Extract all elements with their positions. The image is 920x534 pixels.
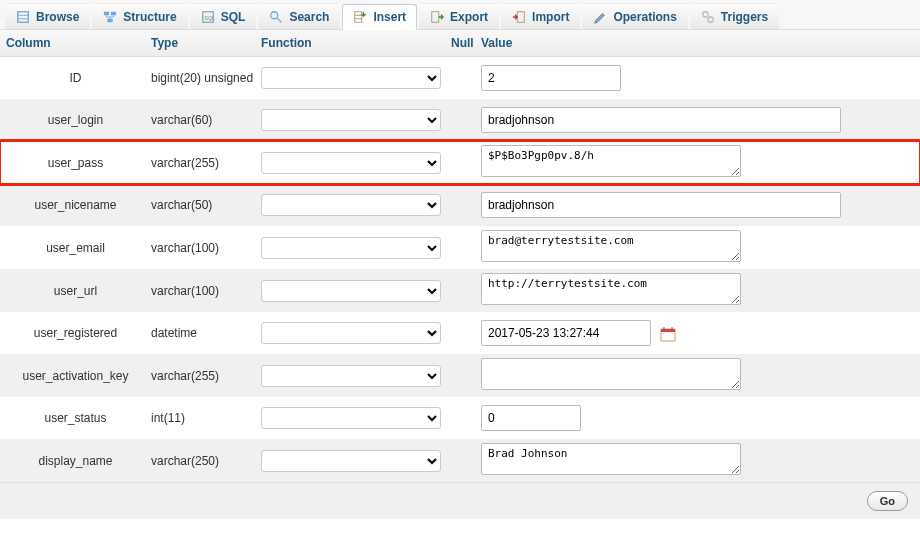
svg-point-15 bbox=[703, 11, 708, 16]
svg-point-8 bbox=[271, 11, 278, 18]
svg-rect-14 bbox=[517, 11, 524, 22]
value-textarea[interactable] bbox=[481, 230, 741, 262]
tab-structure[interactable]: Structure bbox=[92, 3, 187, 29]
value-input[interactable] bbox=[481, 320, 651, 346]
svg-text:SQL: SQL bbox=[204, 14, 215, 20]
header-value: Value bbox=[481, 36, 914, 50]
column-type: varchar(255) bbox=[151, 156, 261, 170]
column-name: user_url bbox=[6, 284, 151, 298]
row-user-nicename: user_nicename varchar(50) bbox=[0, 184, 920, 226]
function-select[interactable] bbox=[261, 450, 441, 472]
value-input[interactable] bbox=[481, 405, 581, 431]
column-type: int(11) bbox=[151, 411, 261, 425]
tab-import[interactable]: Import bbox=[501, 3, 580, 29]
tab-export[interactable]: Export bbox=[419, 3, 499, 29]
column-type: varchar(50) bbox=[151, 198, 261, 212]
function-select[interactable] bbox=[261, 109, 441, 131]
svg-rect-0 bbox=[18, 11, 29, 22]
function-select[interactable] bbox=[261, 194, 441, 216]
tab-label: Triggers bbox=[721, 10, 768, 24]
svg-rect-3 bbox=[104, 11, 109, 15]
column-name: user_pass bbox=[6, 156, 151, 170]
svg-rect-5 bbox=[108, 18, 113, 22]
row-user-email: user_email varchar(100) bbox=[0, 226, 920, 269]
tab-bar: Browse Structure SQL SQL Search Insert E… bbox=[0, 0, 920, 30]
header-column: Column bbox=[6, 36, 151, 50]
column-type: varchar(60) bbox=[151, 113, 261, 127]
value-textarea[interactable] bbox=[481, 273, 741, 305]
svg-rect-4 bbox=[111, 11, 116, 15]
row-display-name: display_name varchar(250) bbox=[0, 439, 920, 482]
function-select[interactable] bbox=[261, 152, 441, 174]
function-select[interactable] bbox=[261, 365, 441, 387]
svg-rect-18 bbox=[661, 329, 675, 332]
column-type: varchar(250) bbox=[151, 454, 261, 468]
column-name: user_status bbox=[6, 411, 151, 425]
svg-point-16 bbox=[708, 17, 713, 22]
svg-rect-10 bbox=[355, 12, 362, 23]
header-function: Function bbox=[261, 36, 451, 50]
tab-label: Import bbox=[532, 10, 569, 24]
browse-icon bbox=[16, 10, 30, 24]
tab-browse[interactable]: Browse bbox=[5, 3, 90, 29]
tab-label: Insert bbox=[373, 10, 406, 24]
value-input[interactable] bbox=[481, 107, 841, 133]
tab-label: Export bbox=[450, 10, 488, 24]
insert-form: Column Type Function Null Value ID bigin… bbox=[0, 30, 920, 519]
column-type: bigint(20) unsigned bbox=[151, 71, 261, 85]
search-icon bbox=[269, 10, 283, 24]
value-textarea[interactable] bbox=[481, 358, 741, 390]
value-input[interactable] bbox=[481, 192, 841, 218]
sql-icon: SQL bbox=[201, 10, 215, 24]
value-textarea[interactable] bbox=[481, 443, 741, 475]
column-name: ID bbox=[6, 71, 151, 85]
tab-triggers[interactable]: Triggers bbox=[690, 3, 779, 29]
column-name: user_registered bbox=[6, 326, 151, 340]
structure-icon bbox=[103, 10, 117, 24]
column-type: varchar(100) bbox=[151, 284, 261, 298]
header-row: Column Type Function Null Value bbox=[0, 30, 920, 57]
header-type: Type bbox=[151, 36, 261, 50]
row-user-activation-key: user_activation_key varchar(255) bbox=[0, 354, 920, 397]
column-type: varchar(100) bbox=[151, 241, 261, 255]
function-select[interactable] bbox=[261, 237, 441, 259]
row-id: ID bigint(20) unsigned bbox=[0, 57, 920, 99]
tab-label: SQL bbox=[221, 10, 246, 24]
value-input[interactable] bbox=[481, 65, 621, 91]
operations-icon bbox=[593, 10, 607, 24]
calendar-icon[interactable] bbox=[660, 326, 676, 342]
header-null: Null bbox=[451, 36, 481, 50]
tab-sql[interactable]: SQL SQL bbox=[190, 3, 257, 29]
column-type: datetime bbox=[151, 326, 261, 340]
row-user-url: user_url varchar(100) bbox=[0, 269, 920, 312]
column-name: user_login bbox=[6, 113, 151, 127]
row-user-status: user_status int(11) bbox=[0, 397, 920, 439]
row-user-pass: user_pass varchar(255) bbox=[0, 141, 920, 184]
value-textarea[interactable] bbox=[481, 145, 741, 177]
tab-label: Operations bbox=[613, 10, 676, 24]
row-user-registered: user_registered datetime bbox=[0, 312, 920, 354]
function-select[interactable] bbox=[261, 407, 441, 429]
triggers-icon bbox=[701, 10, 715, 24]
column-name: user_email bbox=[6, 241, 151, 255]
tab-insert[interactable]: Insert bbox=[342, 4, 417, 30]
tab-label: Browse bbox=[36, 10, 79, 24]
insert-icon bbox=[353, 10, 367, 24]
column-name: user_activation_key bbox=[6, 369, 151, 383]
import-icon bbox=[512, 10, 526, 24]
go-button[interactable]: Go bbox=[867, 491, 908, 511]
function-select[interactable] bbox=[261, 67, 441, 89]
function-select[interactable] bbox=[261, 322, 441, 344]
tab-label: Structure bbox=[123, 10, 176, 24]
tab-operations[interactable]: Operations bbox=[582, 3, 687, 29]
column-name: user_nicename bbox=[6, 198, 151, 212]
tab-label: Search bbox=[289, 10, 329, 24]
footer: Go bbox=[0, 482, 920, 519]
export-icon bbox=[430, 10, 444, 24]
function-select[interactable] bbox=[261, 280, 441, 302]
row-user-login: user_login varchar(60) bbox=[0, 99, 920, 141]
column-name: display_name bbox=[6, 454, 151, 468]
svg-line-9 bbox=[277, 17, 281, 21]
tab-search[interactable]: Search bbox=[258, 3, 340, 29]
svg-rect-13 bbox=[432, 11, 439, 22]
